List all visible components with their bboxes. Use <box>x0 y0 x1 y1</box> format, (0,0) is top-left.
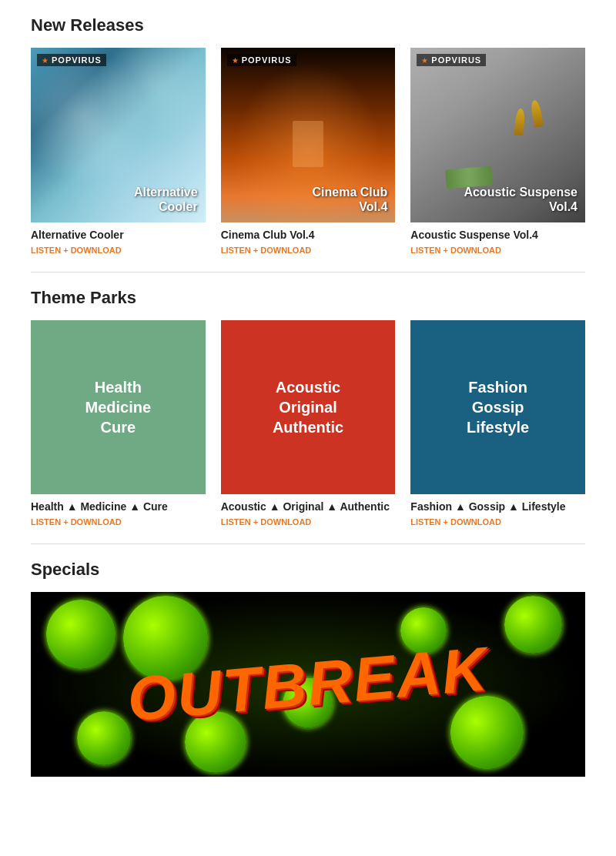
listen-link-cinema-club[interactable]: LISTEN + DOWNLOAD <box>221 246 312 255</box>
album-card-health: HealthMedicineCure Health ▲ Medicine ▲ C… <box>31 320 206 529</box>
album-card-acoustic-suspense: ★ POPVIRUS Acoustic SuspenseVol.4 Acoust… <box>410 48 585 256</box>
pv-star-icon: ★ <box>42 56 49 65</box>
album-title-cinema-club: Cinema Club Vol.4 <box>221 229 396 241</box>
pv-star-acoustic-icon: ★ <box>421 56 428 65</box>
album-title-alternative-cooler: Alternative Cooler <box>31 229 206 241</box>
virus-dot <box>46 600 116 669</box>
specials-title: Specials <box>31 560 585 580</box>
new-releases-section: New Releases ★ POPVIRUS AlternativeCoole… <box>0 0 616 272</box>
listen-link-acoustic-suspense[interactable]: LISTEN + DOWNLOAD <box>410 246 501 255</box>
album-thumb-acoustic-suspense[interactable]: ★ POPVIRUS Acoustic SuspenseVol.4 <box>410 48 585 222</box>
new-releases-grid: ★ POPVIRUS AlternativeCooler Alternative… <box>31 48 585 256</box>
theme-parks-grid: HealthMedicineCure Health ▲ Medicine ▲ C… <box>31 320 585 529</box>
album-title-acoustic-orig: Acoustic ▲ Original ▲ Authentic <box>221 500 396 513</box>
virus-dot <box>77 711 131 765</box>
popvirus-badge-cinema: ★ POPVIRUS <box>227 54 296 66</box>
popvirus-badge: ★ POPVIRUS <box>37 54 106 66</box>
album-overlay-text: AlternativeCooler <box>134 185 198 214</box>
album-title-health: Health ▲ Medicine ▲ Cure <box>31 500 206 513</box>
acoustic-suspense-overlay-text: Acoustic SuspenseVol.4 <box>464 185 578 214</box>
album-card-fashion: FashionGossipLifestyle Fashion ▲ Gossip … <box>410 320 585 529</box>
theme-box-fashion-text: FashionGossipLifestyle <box>467 377 529 437</box>
listen-link-health[interactable]: LISTEN + DOWNLOAD <box>31 517 122 527</box>
specials-banner[interactable]: OUTBREAK <box>31 592 585 777</box>
album-card-alternative-cooler: ★ POPVIRUS AlternativeCooler Alternative… <box>31 48 206 256</box>
theme-parks-section: Theme Parks HealthMedicineCure Health ▲ … <box>0 273 616 544</box>
album-card-acoustic-orig: AcousticOriginalAuthentic Acoustic ▲ Ori… <box>221 320 396 529</box>
specials-section: Specials OUTBREAK <box>0 544 616 792</box>
virus-dot <box>450 696 524 769</box>
virus-dot <box>504 596 562 654</box>
album-title-fashion: Fashion ▲ Gossip ▲ Lifestyle <box>410 500 585 513</box>
pv-star-cinema-icon: ★ <box>232 56 239 65</box>
listen-link-acoustic-orig[interactable]: LISTEN + DOWNLOAD <box>221 517 312 527</box>
album-title-acoustic-suspense: Acoustic Suspense Vol.4 <box>410 229 585 241</box>
spacer <box>0 792 616 854</box>
theme-box-health-text: HealthMedicineCure <box>85 377 152 437</box>
theme-box-acoustic[interactable]: AcousticOriginalAuthentic <box>221 320 396 495</box>
album-thumb-cinema-club[interactable]: ★ POPVIRUS Cinema ClubVol.4 <box>221 48 396 222</box>
listen-link-alternative-cooler[interactable]: LISTEN + DOWNLOAD <box>31 246 122 255</box>
new-releases-title: New Releases <box>31 15 585 35</box>
cinema-overlay-text: Cinema ClubVol.4 <box>313 185 388 214</box>
theme-box-fashion[interactable]: FashionGossipLifestyle <box>410 320 585 495</box>
popvirus-badge-acoustic: ★ POPVIRUS <box>417 54 486 66</box>
album-thumb-alternative-cooler[interactable]: ★ POPVIRUS AlternativeCooler <box>31 48 206 222</box>
theme-box-acoustic-text: AcousticOriginalAuthentic <box>273 377 343 437</box>
theme-box-health[interactable]: HealthMedicineCure <box>31 320 206 495</box>
listen-link-fashion[interactable]: LISTEN + DOWNLOAD <box>410 517 501 527</box>
album-card-cinema-club: ★ POPVIRUS Cinema ClubVol.4 Cinema Club … <box>221 48 396 256</box>
theme-parks-title: Theme Parks <box>31 288 585 308</box>
